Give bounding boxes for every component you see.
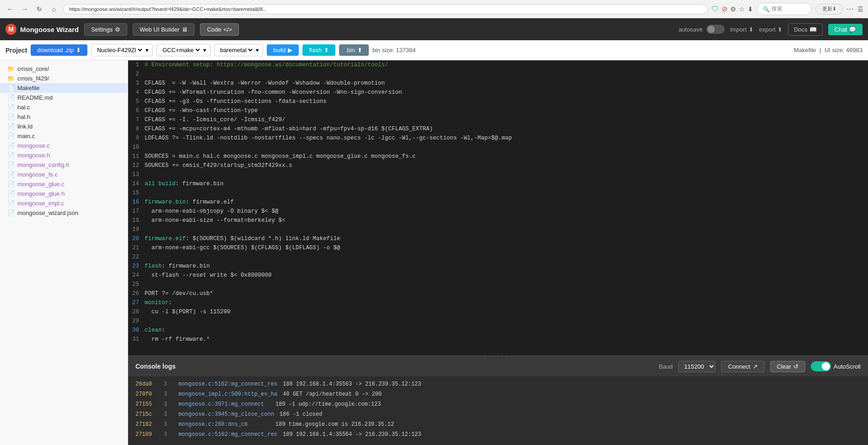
console-log[interactable]: 26da0 3 mongoose.c:5162:mg_connect_res 1…: [128, 376, 868, 445]
sidebar-item-mongoose-h[interactable]: 📄 mongoose.h: [0, 150, 128, 160]
chat-icon: 💬: [849, 26, 856, 33]
gear-icon: ⚙: [115, 26, 120, 33]
sidebar-item-mongoose-wizard-json[interactable]: 📄 mongoose_wizard.json: [0, 208, 128, 218]
rtos-dropdown[interactable]: baremetal: [218, 46, 254, 54]
editor-area[interactable]: 1 # Environment setup: https://mongoose.…: [128, 60, 868, 355]
download-arrow-icon: ⬇: [76, 47, 81, 54]
console-area: · · · · · · · Console logs Baud 115200 9…: [128, 355, 868, 445]
settings-button[interactable]: Settings ⚙: [84, 23, 127, 36]
file-icon-mongoose-c: 📄: [7, 142, 15, 149]
sidebar-item-label-15: mongoose_impl.c: [17, 200, 64, 207]
code-line-26: 26 PORT ?= /dev/cu.usb*: [128, 289, 868, 298]
sidebar-item-label-3: Makefile: [17, 85, 39, 91]
file-info: Makefile | UI size: 48983: [794, 47, 863, 54]
sidebar-item-cmsis-f429[interactable]: 📁 cmsis_f429/: [0, 74, 128, 83]
code-line-11: 11 SOURCES = main.c hal.c mongoose.c mon…: [128, 152, 868, 161]
import-label: import: [730, 26, 747, 33]
sidebar-item-mongoose-c[interactable]: 📄 mongoose.c: [0, 141, 128, 150]
chevron-down-icon: ▾: [146, 47, 149, 54]
code-line-6: 6 CFLAGS += -Wno-cast-function-type: [128, 106, 868, 115]
code-line-18: 18 arm-none-eabi-size --format=berkeley …: [128, 216, 868, 225]
sidebar-item-label-10: mongoose.h: [17, 152, 50, 159]
code-line-10: 10: [128, 143, 868, 152]
clear-label: Clear: [777, 363, 791, 370]
code-button[interactable]: Code </>: [200, 23, 239, 36]
log-line-3: 27155 3 mongoose.c:3971:mg_connect 189 -…: [128, 399, 868, 409]
address-bar[interactable]: https://mongoose.ws/wizard/#/output?boar…: [63, 4, 708, 14]
file-label: Makefile: [794, 47, 816, 54]
log-line-2: 270f0 3 mongoose_impl.c:509:http_ev_ha 4…: [128, 389, 868, 399]
star-icon: ☆: [739, 5, 745, 13]
sidebar-item-mongoose-glue-c[interactable]: 📄 mongoose_glue.c: [0, 179, 128, 189]
baud-label: Baud: [659, 363, 673, 370]
baud-select[interactable]: 115200 9600 19200 38400 57600 230400: [678, 361, 716, 372]
sidebar-item-hal-h[interactable]: 📄 hal.h: [0, 112, 128, 122]
sidebar-item-hal-c[interactable]: 📄 hal.c: [0, 102, 128, 112]
code-content[interactable]: 1 # Environment setup: https://mongoose.…: [128, 60, 868, 355]
code-line-29: 29: [128, 316, 868, 326]
board-dropdown[interactable]: Nucleo-F429ZI: [95, 46, 144, 54]
file-icon-mongoose-fs: 📄: [7, 171, 15, 178]
export-label: export: [759, 26, 776, 33]
docs-button[interactable]: Docs 📖: [788, 23, 823, 36]
import-button[interactable]: import ⬇: [730, 26, 754, 33]
search-bar[interactable]: 🔍 搜索: [757, 3, 812, 15]
ui-size-label: UI size: 48983: [825, 47, 863, 54]
file-icon-mongoose-config: 📄: [7, 161, 15, 168]
autoscroll-toggle[interactable]: [811, 361, 831, 371]
sidebar-item-mongoose-config-h[interactable]: 📄 mongoose_config.h: [0, 160, 128, 170]
back-button[interactable]: ←: [5, 4, 16, 15]
connect-button[interactable]: Connect ↗: [721, 361, 764, 372]
flash-button[interactable]: flash ⬆: [302, 44, 335, 56]
file-icon-mongoose-glue-c: 📄: [7, 181, 15, 188]
console-resize-handle[interactable]: · · · · · · ·: [485, 355, 512, 358]
autosave-toggle[interactable]: [706, 25, 725, 34]
autoscroll-knob: [822, 362, 830, 370]
download-button[interactable]: download .zip ⬇: [31, 44, 87, 56]
search-placeholder: 搜索: [771, 5, 782, 13]
bin-button[interactable]: .bin ⬆: [339, 44, 369, 56]
board-select[interactable]: Nucleo-F429ZI ▾: [91, 44, 153, 56]
home-button[interactable]: ⌂: [49, 4, 59, 15]
sidebar: 📁 cmsis_core/ 📁 cmsis_f429/ 📄 Makefile 📄…: [0, 60, 128, 445]
sidebar-item-mongoose-glue-h[interactable]: 📄 mongoose_glue.h: [0, 189, 128, 198]
book-icon: 📖: [809, 26, 817, 33]
build-button[interactable]: build ▶: [267, 44, 299, 56]
clear-button[interactable]: Clear ↺: [770, 361, 805, 372]
file-icon-wizard-json: 📄: [7, 209, 15, 216]
code-line-27: 27 monitor:: [128, 298, 868, 307]
file-icon-mongoose-impl: 📄: [7, 200, 15, 207]
sidebar-item-mongoose-impl-c[interactable]: 📄 mongoose_impl.c: [0, 198, 128, 208]
toolbar: Project download .zip ⬇ Nucleo-F429ZI ▾ …: [0, 40, 868, 60]
web-ui-builder-button[interactable]: Web UI Builder 🖥: [133, 23, 194, 36]
export-button[interactable]: export ⬆: [759, 26, 782, 33]
chat-button[interactable]: Chat 💬: [828, 24, 863, 35]
sidebar-item-main-c[interactable]: 📄 main.c: [0, 131, 128, 141]
sidebar-item-link-ld[interactable]: 📄 link.ld: [0, 122, 128, 131]
log-line-1: 26da0 3 mongoose.c:5162:mg_connect_res 1…: [128, 379, 868, 389]
ide-dropdown[interactable]: GCC+make: [161, 46, 201, 54]
settings-icon: ⚙: [730, 5, 736, 13]
sidebar-item-mongoose-fs-c[interactable]: 📄 mongoose_fs.c: [0, 170, 128, 179]
app-logo: M Mongoose Wizard: [5, 24, 79, 35]
code-line-20: 20 firmware.elf: $(SOURCES) $(wildcard *…: [128, 234, 868, 243]
chevron-down-icon-2: ▾: [203, 47, 206, 54]
sidebar-item-cmsis-core[interactable]: 📁 cmsis_core/: [0, 64, 128, 74]
code-line-16: 16 firmware.bin: firmware.elf: [128, 198, 868, 207]
file-icon-hal-c: 📄: [7, 104, 15, 111]
sidebar-item-label-5: hal.c: [17, 104, 30, 111]
rtos-select[interactable]: baremetal ▾: [214, 44, 263, 56]
sidebar-item-label-11: mongoose_config.h: [17, 161, 69, 168]
code-line-28: 28 cu -l $(PORT) -s 115200: [128, 307, 868, 316]
forward-button[interactable]: →: [19, 4, 30, 15]
update-button[interactable]: 更新⬇: [815, 4, 843, 15]
code-line-15: 15: [128, 188, 868, 198]
ide-select[interactable]: GCC+make ▾: [156, 44, 210, 56]
bin-label: .bin: [345, 47, 355, 54]
sidebar-item-makefile[interactable]: 📄 Makefile: [0, 83, 128, 93]
reload-button[interactable]: ↻: [34, 4, 45, 15]
toggle-knob: [707, 26, 715, 33]
sidebar-item-readme[interactable]: 📄 README.md: [0, 93, 128, 102]
code-line-25: 25: [128, 280, 868, 289]
log-line-5: 27182 3 mongoose.c:288:dns_cb 189 time.g…: [128, 419, 868, 429]
